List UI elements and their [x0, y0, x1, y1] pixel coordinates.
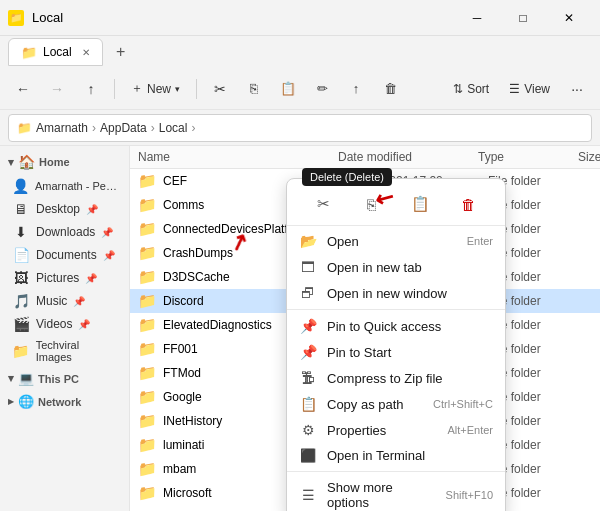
sidebar-downloads-icon: ⬇ [12, 224, 30, 240]
paste-button[interactable]: 📋 [273, 74, 303, 104]
sidebar-item-pictures[interactable]: 🖼 Pictures 📌 [4, 267, 125, 289]
sort-button[interactable]: ⇅ Sort [445, 73, 497, 105]
cm-delete-button[interactable]: 🗑 [454, 189, 484, 219]
back-button[interactable]: ← [8, 74, 38, 104]
cm-item-open-new-tab[interactable]: 🗖 Open in new tab [287, 254, 505, 280]
sidebar-thispc-arrow: ▾ [8, 372, 14, 385]
cm-item-properties[interactable]: ⚙ Properties Alt+Enter [287, 417, 505, 443]
view-button[interactable]: ☰ View [501, 73, 558, 105]
breadcrumb-part-1: Amarnath [36, 121, 88, 135]
copy-button[interactable]: ⎘ [239, 74, 269, 104]
close-button[interactable]: ✕ [546, 0, 592, 36]
sidebar-thispc-icon: 💻 [18, 371, 34, 386]
sidebar-item-user[interactable]: 👤 Amarnath - Person... [4, 175, 125, 197]
sidebar-section-home[interactable]: ▾ 🏠 Home [0, 150, 129, 174]
sidebar-thispc-label: This PC [38, 373, 79, 385]
sidebar-network-arrow: ▸ [8, 395, 14, 408]
up-button[interactable]: ↑ [76, 74, 106, 104]
view-label: View [524, 82, 550, 96]
sidebar-pictures-label: Pictures [36, 271, 79, 285]
tab-local[interactable]: 📁 Local ✕ [8, 38, 103, 66]
sidebar-music-label: Music [36, 294, 67, 308]
delete-tooltip: Delete (Delete) [302, 168, 392, 186]
forward-button[interactable]: → [42, 74, 72, 104]
sidebar-pictures-pin: 📌 [85, 273, 97, 284]
toolbar-sep-1 [114, 79, 115, 99]
sidebar-item-desktop[interactable]: 🖥 Desktop 📌 [4, 198, 125, 220]
breadcrumb-folder-icon: 📁 [17, 121, 32, 135]
maximize-button[interactable]: □ [500, 0, 546, 36]
tab-close-button[interactable]: ✕ [82, 47, 90, 58]
sidebar: ▾ 🏠 Home 👤 Amarnath - Person... 🖥 Deskto… [0, 146, 130, 511]
col-header-size: Size [578, 150, 600, 164]
cm-item-compress[interactable]: 🗜 Compress to Zip file [287, 365, 505, 391]
cm-copy-path-label: Copy as path [327, 397, 423, 412]
cm-pin-start-icon: 📌 [299, 344, 317, 360]
cm-properties-label: Properties [327, 423, 437, 438]
cm-properties-shortcut: Alt+Enter [447, 424, 493, 436]
sidebar-item-downloads[interactable]: ⬇ Downloads 📌 [4, 221, 125, 243]
cm-pin-quick-label: Pin to Quick access [327, 319, 493, 334]
tab-folder-icon: 📁 [21, 45, 37, 60]
cm-item-pin-quick[interactable]: 📌 Pin to Quick access [287, 313, 505, 339]
new-button[interactable]: ＋ New ▾ [123, 73, 188, 105]
sidebar-videos-icon: 🎬 [12, 316, 30, 332]
cm-item-open[interactable]: 📂 Open Enter [287, 228, 505, 254]
breadcrumb-sep-1: › [92, 121, 96, 135]
sidebar-item-documents[interactable]: 📄 Documents 📌 [4, 244, 125, 266]
sidebar-user-label: Amarnath - Person... [35, 180, 117, 192]
cm-copy-path-shortcut: Ctrl+Shift+C [433, 398, 493, 410]
cm-show-more-label: Show more options [327, 480, 436, 510]
sidebar-section-network[interactable]: ▸ 🌐 Network [0, 390, 129, 413]
cm-item-open-new-window[interactable]: 🗗 Open in new window [287, 280, 505, 306]
sidebar-item-techviral[interactable]: 📁 Techviral Images [4, 336, 125, 366]
cut-button[interactable]: ✂ [205, 74, 235, 104]
rename-button[interactable]: ✏ [307, 74, 337, 104]
more-button[interactable]: ··· [562, 74, 592, 104]
delete-button[interactable]: 🗑 [375, 74, 405, 104]
sidebar-pictures-icon: 🖼 [12, 270, 30, 286]
sidebar-music-pin: 📌 [73, 296, 85, 307]
col-header-name: Name [138, 150, 338, 164]
cm-open-window-icon: 🗗 [299, 285, 317, 301]
breadcrumb-part-2: AppData [100, 121, 147, 135]
folder-icon: 📁 [138, 364, 157, 382]
cm-item-pin-start[interactable]: 📌 Pin to Start [287, 339, 505, 365]
cm-open-icon: 📂 [299, 233, 317, 249]
cm-pin-start-label: Pin to Start [327, 345, 493, 360]
sidebar-network-label: Network [38, 396, 81, 408]
cm-item-copy-path[interactable]: 📋 Copy as path Ctrl+Shift+C [287, 391, 505, 417]
folder-icon: 📁 [138, 196, 157, 214]
sidebar-home-label: Home [39, 156, 70, 168]
breadcrumb[interactable]: 📁 Amarnath › AppData › Local › [8, 114, 592, 142]
minimize-button[interactable]: ─ [454, 0, 500, 36]
sidebar-downloads-label: Downloads [36, 225, 95, 239]
sidebar-item-videos[interactable]: 🎬 Videos 📌 [4, 313, 125, 335]
sidebar-techviral-icon: 📁 [12, 343, 30, 359]
title-bar: 📁 Local ─ □ ✕ [0, 0, 600, 36]
new-tab-button[interactable]: + [107, 38, 135, 66]
cm-cut-button[interactable]: ✂ [308, 189, 338, 219]
sidebar-downloads-pin: 📌 [101, 227, 113, 238]
sidebar-documents-icon: 📄 [12, 247, 30, 263]
sidebar-user-icon: 👤 [12, 178, 29, 194]
sidebar-videos-pin: 📌 [78, 319, 90, 330]
cm-compress-label: Compress to Zip file [327, 371, 493, 386]
new-plus-icon: ＋ [131, 80, 143, 97]
cm-open-tab-icon: 🗖 [299, 259, 317, 275]
sidebar-section-thispc[interactable]: ▾ 💻 This PC [0, 367, 129, 390]
sort-icon: ⇅ [453, 82, 463, 96]
cm-item-show-more[interactable]: ☰ Show more options Shift+F10 [287, 475, 505, 511]
folder-icon: 📁 [138, 388, 157, 406]
cm-item-terminal[interactable]: ⬛ Open in Terminal [287, 443, 505, 468]
sidebar-techviral-label: Techviral Images [36, 339, 117, 363]
folder-icon: 📁 [138, 436, 157, 454]
folder-icon: 📁 [138, 316, 157, 334]
breadcrumb-part-3: Local [159, 121, 188, 135]
cm-paste-button[interactable]: 📋 [405, 189, 435, 219]
sidebar-item-music[interactable]: 🎵 Music 📌 [4, 290, 125, 312]
share-button[interactable]: ↑ [341, 74, 371, 104]
window-title: Local [32, 10, 446, 25]
folder-icon: 📁 [138, 292, 157, 310]
sidebar-documents-label: Documents [36, 248, 97, 262]
